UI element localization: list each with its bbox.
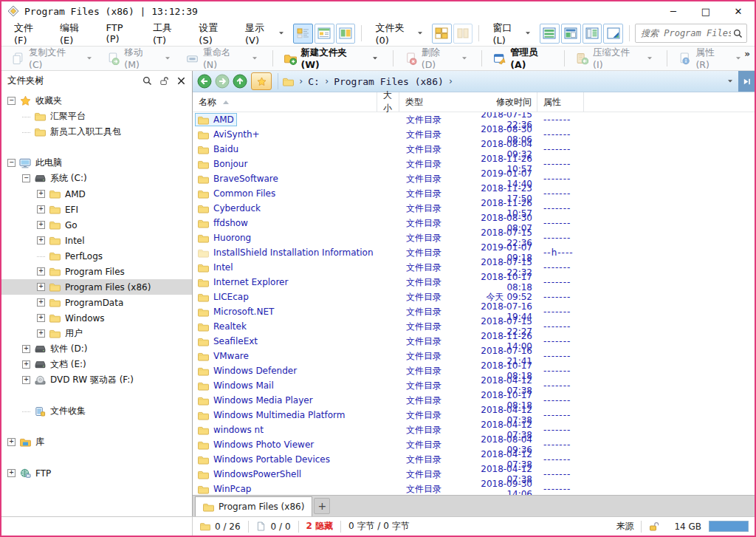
- close-button[interactable]: ✕: [722, 1, 755, 21]
- toolbar-delete-button[interactable]: 删除(D): [399, 49, 476, 68]
- address-dropdown-button[interactable]: [722, 79, 738, 83]
- expand-toggle-icon[interactable]: +: [22, 345, 30, 353]
- toolbar-admin-button[interactable]: 管理员(A): [487, 49, 559, 68]
- tree-item-intel[interactable]: +Intel: [1, 233, 192, 248]
- folder-icon: [49, 328, 61, 339]
- collapse-toggle-icon[interactable]: −: [7, 159, 16, 167]
- tree-item-programdata[interactable]: +ProgramData: [1, 295, 192, 310]
- column-header-1[interactable]: 名称: [193, 92, 377, 112]
- tree-item-windows[interactable]: +Windows: [1, 310, 192, 326]
- toolbar-rename-button[interactable]: 重命名(N): [180, 49, 267, 68]
- tree-item--[interactable]: −此电脑: [1, 155, 192, 171]
- expand-toggle-icon[interactable]: +: [37, 190, 45, 198]
- tree-unlock-icon[interactable]: [159, 76, 169, 86]
- folder-icon: [49, 219, 61, 230]
- tree-item--c-[interactable]: −系统 (C:): [1, 171, 192, 186]
- expand-toggle-icon[interactable]: +: [37, 205, 45, 213]
- column-header-2[interactable]: 大小: [377, 92, 399, 112]
- toolbar-new-folder-button[interactable]: 新建文件夹(W): [278, 49, 388, 68]
- column-header-4[interactable]: 修改时间: [453, 92, 537, 112]
- toolbar-copy-button[interactable]: 复制文件(C): [6, 49, 101, 68]
- window-layout-2-button[interactable]: [561, 24, 581, 44]
- expand-toggle-icon[interactable]: +: [37, 314, 45, 322]
- forward-button[interactable]: [214, 74, 230, 89]
- toolbar-overflow-chevron[interactable]: »: [744, 49, 750, 59]
- tree-item--[interactable]: 汇聚平台: [1, 109, 192, 124]
- toolbar-properties-button[interactable]: 属性(R): [673, 49, 750, 68]
- tree-item-ftp[interactable]: +FTP: [1, 465, 192, 481]
- collapse-toggle-icon[interactable]: −: [7, 97, 16, 105]
- tree-item--e-[interactable]: +文档 (E:): [1, 357, 192, 372]
- folder-icon: [198, 411, 209, 420]
- minimize-button[interactable]: ─: [657, 1, 690, 21]
- tree-item--d-[interactable]: +软件 (D:): [1, 341, 192, 357]
- toolbar-move-button[interactable]: 移动(M): [101, 49, 180, 68]
- menu-6[interactable]: 显示(V): [237, 24, 292, 43]
- expand-toggle-icon[interactable]: +: [22, 376, 30, 384]
- expand-toggle-icon[interactable]: +: [37, 221, 45, 229]
- tree-item-program-files[interactable]: +Program Files: [1, 264, 192, 279]
- expand-toggle-icon[interactable]: +: [37, 283, 45, 291]
- tree-item--[interactable]: +库: [1, 434, 192, 450]
- back-button[interactable]: [196, 74, 212, 89]
- panel-expand-button[interactable]: [738, 71, 755, 92]
- tree-item--[interactable]: −收藏夹: [1, 93, 192, 109]
- expand-toggle-icon[interactable]: +: [37, 236, 45, 244]
- new-tab-button[interactable]: +: [314, 498, 330, 514]
- folder-layout-1-button[interactable]: [432, 24, 452, 44]
- menu-window-label: 窗口(L): [492, 21, 521, 46]
- menu-5[interactable]: 设置(S): [190, 24, 237, 43]
- tree-search-icon[interactable]: [142, 76, 152, 86]
- tree-item--[interactable]: 文件收集: [1, 403, 192, 419]
- tree-item--[interactable]: +用户: [1, 326, 192, 341]
- file-type: 文件目录: [399, 454, 453, 466]
- tree-item-perflogs[interactable]: PerfLogs: [1, 248, 192, 264]
- search-input[interactable]: [639, 27, 732, 39]
- tree-close-icon[interactable]: [176, 76, 186, 86]
- status-lock[interactable]: [642, 521, 667, 532]
- expand-toggle-icon[interactable]: +: [7, 438, 16, 446]
- window-layout-3-button[interactable]: [583, 24, 602, 44]
- status-source[interactable]: 来源: [608, 520, 641, 533]
- breadcrumb-segment-2[interactable]: Program Files (x86): [334, 76, 444, 87]
- maximize-button[interactable]: □: [690, 1, 722, 21]
- favorite-button[interactable]: [251, 72, 272, 90]
- menu-window[interactable]: 窗口(L): [484, 24, 539, 43]
- tree-item-program-files-x86-[interactable]: +Program Files (x86): [1, 279, 192, 295]
- tree-item-efi[interactable]: +EFI: [1, 202, 192, 217]
- menu-4[interactable]: 工具(T): [145, 24, 190, 43]
- file-attributes: -------: [537, 114, 584, 125]
- tree-item--[interactable]: 新员工入职工具包: [1, 124, 192, 140]
- up-button[interactable]: [232, 74, 247, 89]
- view-mode-3-button[interactable]: [336, 24, 356, 44]
- expand-toggle-icon[interactable]: +: [7, 469, 16, 477]
- breadcrumb-segment-1[interactable]: C:: [308, 76, 320, 87]
- tree-item-go[interactable]: +Go: [1, 217, 192, 233]
- expand-toggle-icon[interactable]: +: [37, 329, 45, 338]
- collapse-toggle-icon[interactable]: −: [22, 174, 30, 182]
- view-mode-2-button[interactable]: [315, 24, 334, 44]
- column-header-3[interactable]: 类型: [399, 92, 453, 112]
- tree-item-amd[interactable]: +AMD: [1, 186, 192, 202]
- menu-1[interactable]: 文件(F): [6, 24, 52, 43]
- toolbar-compress-button[interactable]: 压缩文件(I): [570, 49, 662, 68]
- file-row[interactable]: WinPcap文件目录2018-09-30 14:06-------: [193, 482, 755, 495]
- folder-layout-2-button[interactable]: [453, 24, 473, 44]
- tree-item-dvd-rw-f-[interactable]: +DVD RW 驱动器 (F:): [1, 372, 192, 388]
- window-layout-1-button[interactable]: [540, 24, 560, 44]
- expand-toggle-icon[interactable]: +: [22, 360, 30, 369]
- menu-folders[interactable]: 文件夹(0): [367, 24, 431, 43]
- tab-folder-icon: [203, 502, 214, 512]
- tab-program-files-x86[interactable]: Program Files (x86): [195, 496, 312, 516]
- toolbar-separator: [272, 50, 273, 66]
- window-layout-4-button[interactable]: [603, 24, 623, 44]
- drive-icon: [34, 343, 46, 355]
- menu-2[interactable]: 编辑(E): [52, 24, 98, 43]
- menu-4-label: 工具(T): [153, 21, 182, 46]
- expand-toggle-icon[interactable]: +: [37, 298, 45, 307]
- menu-3[interactable]: FTP (P): [98, 24, 145, 43]
- view-mode-1-button[interactable]: [293, 24, 313, 44]
- expand-toggle-icon[interactable]: +: [37, 267, 45, 276]
- file-row[interactable]: Internet Explorer文件目录2018-10-17 08:18---…: [193, 275, 755, 290]
- column-header-5[interactable]: 属性: [537, 92, 584, 112]
